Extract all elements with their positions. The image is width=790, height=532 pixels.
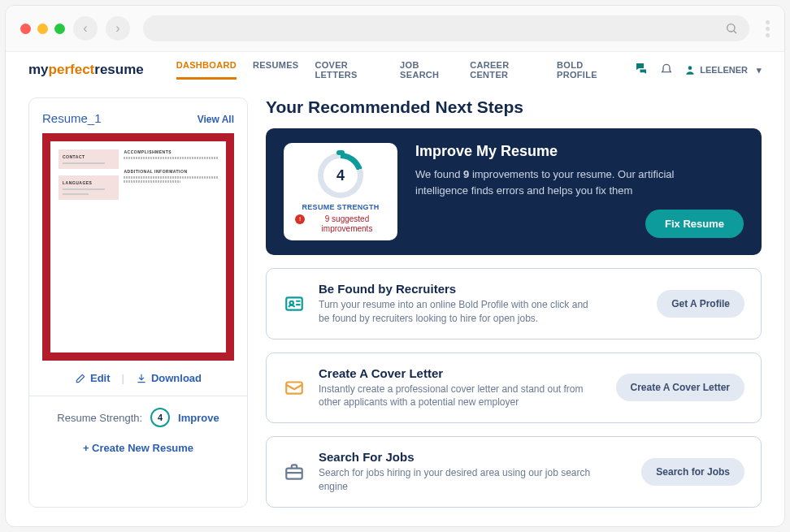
fix-resume-button[interactable]: Fix Resume [645,210,744,238]
strength-box: 4 RESUME STRENGTH ! 9 suggested improvem… [284,143,397,240]
improve-link[interactable]: Improve [178,412,219,424]
nav-dashboard[interactable]: DASHBOARD [176,60,237,80]
step-text: Search for jobs hiring in your desired a… [319,466,595,494]
window-minimize-icon[interactable] [37,24,48,34]
main-nav: DASHBOARD RESUMES COVER LETTERS JOB SEAR… [176,60,619,80]
traffic-lights [20,24,65,34]
step-title: Create A Cover Letter [319,366,603,380]
nav-bold-profile[interactable]: BOLD PROFILE [557,60,618,80]
nav-cover-letters[interactable]: COVER LETTERS [315,60,384,80]
svg-point-0 [727,24,735,32]
search-jobs-button[interactable]: Search for Jobs [641,458,744,486]
back-button[interactable]: ‹ [73,16,98,41]
download-icon [136,373,147,384]
chevron-down-icon: ▾ [757,65,762,76]
step-recruiters: Be Found by Recruiters Turn your resume … [266,268,762,340]
edit-button[interactable]: Edit [75,372,111,384]
forward-button[interactable]: › [106,16,130,41]
header-right: LEELENER ▾ [634,61,762,79]
nav-career-center[interactable]: CAREER CENTER [470,60,540,80]
browser-frame: ‹ › myperfectresume DASHBOARD RESUMES CO… [5,5,785,527]
strength-badge: 4 [150,408,170,427]
recommendations-panel: Your Recommended Next Steps 4 RESUME STR… [266,97,762,508]
recommendations-heading: Your Recommended Next Steps [266,97,762,117]
user-name: LEELENER [700,65,748,75]
app-header: myperfectresume DASHBOARD RESUMES COVER … [6,52,784,83]
resume-thumbnail[interactable]: CONTACT LANGUAGES ACCOMPLISHMENTS ADDITI… [42,133,234,361]
chat-icon[interactable] [634,61,649,79]
feature-title: Improve My Resume [415,143,744,160]
alert-icon: ! [295,214,305,224]
step-search-jobs: Search For Jobs Search for jobs hiring i… [266,436,762,508]
thumb-additional-label: ADDITIONAL INFORMATION [124,169,218,174]
browser-chrome: ‹ › [6,6,784,52]
strength-label: Resume Strength: [57,412,142,424]
edit-icon [75,373,86,384]
step-title: Be Found by Recruiters [319,282,644,296]
step-title: Search For Jobs [319,450,628,464]
feature-text: We found 9 improvements to your resume. … [415,167,708,198]
user-icon [684,64,696,76]
nav-resumes[interactable]: RESUMES [253,60,299,80]
logo-part-2: perfect [49,62,95,77]
main-content: Resume_1 View All CONTACT LANGUAGES ACCO… [6,83,784,522]
logo[interactable]: myperfectresume [28,62,144,78]
svg-line-1 [734,31,736,33]
download-button[interactable]: Download [136,372,202,384]
svg-point-4 [290,301,293,305]
browser-menu-icon[interactable] [766,20,770,37]
briefcase-icon [283,461,306,483]
nav-job-search[interactable]: JOB SEARCH [400,60,454,80]
search-icon [725,22,738,35]
step-text: Turn your resume into an online Bold Pro… [319,298,595,326]
logo-part-3: resume [94,62,143,77]
resume-strength-row: Resume Strength: 4 Improve [29,396,247,427]
address-bar[interactable] [143,15,749,41]
strength-value: 4 [336,167,345,184]
view-all-link[interactable]: View All [198,114,234,125]
resume-actions: Edit | Download [42,372,234,384]
step-cover-letter: Create A Cover Letter Instantly create a… [266,353,762,424]
resume-panel: Resume_1 View All CONTACT LANGUAGES ACCO… [28,97,248,508]
bell-icon[interactable] [660,62,673,78]
user-menu[interactable]: LEELENER ▾ [684,64,762,76]
window-close-icon[interactable] [20,24,31,34]
step-text: Instantly create a professional cover le… [319,383,595,410]
envelope-icon [283,376,306,399]
suggested-improvements: ! 9 suggested improvements [295,214,386,234]
get-profile-button[interactable]: Get A Profile [657,290,744,318]
create-new-resume-button[interactable]: + Create New Resume [42,442,234,454]
thumb-contact-label: CONTACT [63,154,115,159]
strength-ring: 4 [318,153,363,198]
thumb-accomplishments-label: ACCOMPLISHMENTS [124,149,218,154]
strength-box-label: RESUME STRENGTH [295,203,386,211]
svg-rect-5 [286,383,302,394]
resume-name[interactable]: Resume_1 [42,111,102,125]
svg-point-2 [688,66,692,70]
thumb-languages-label: LANGUAGES [63,180,115,185]
create-cover-letter-button[interactable]: Create A Cover Letter [616,374,744,401]
logo-part-1: my [28,62,49,77]
profile-card-icon [283,292,306,315]
svg-rect-6 [286,469,302,479]
separator: | [122,372,124,384]
window-maximize-icon[interactable] [54,24,65,34]
improve-resume-card: 4 RESUME STRENGTH ! 9 suggested improvem… [266,128,762,255]
